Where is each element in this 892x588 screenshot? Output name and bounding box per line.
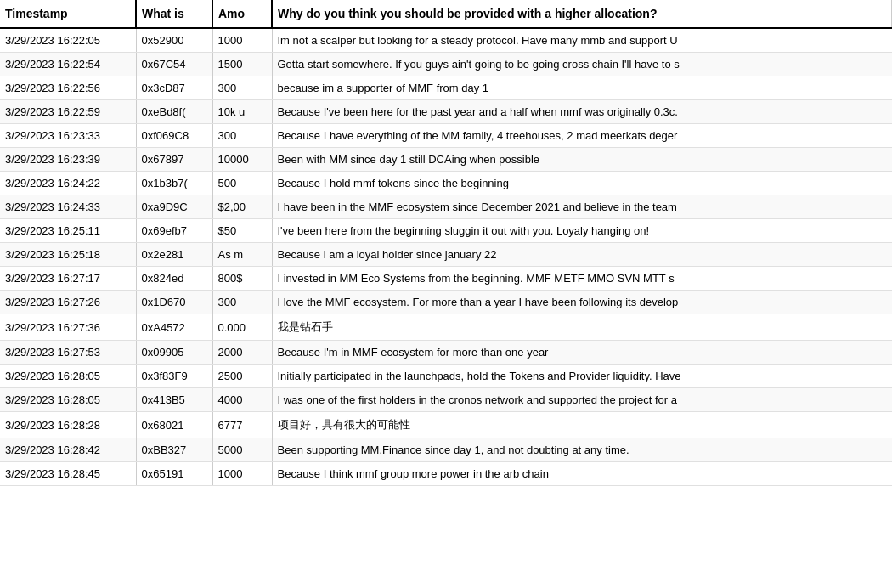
cell-whatis: 0x1D670 — [136, 291, 212, 314]
cell-amount: $2,00 — [212, 195, 272, 219]
cell-amount: 1500 — [212, 53, 272, 76]
cell-reason: I was one of the first holders in the cr… — [272, 388, 892, 412]
cell-reason: Im not a scalper but looking for a stead… — [272, 28, 892, 53]
cell-whatis: 0x65191 — [136, 462, 212, 486]
table-row: 3/29/2023 16:27:530x099052000Because I'm… — [0, 341, 892, 365]
cell-amount: 500 — [212, 172, 272, 195]
cell-whatis: 0x3cD87 — [136, 76, 212, 100]
cell-timestamp: 3/29/2023 16:25:18 — [0, 243, 136, 267]
cell-timestamp: 3/29/2023 16:22:05 — [0, 28, 136, 53]
cell-reason: Because I think mmf group more power in … — [272, 462, 892, 486]
cell-timestamp: 3/29/2023 16:23:39 — [0, 148, 136, 172]
cell-reason: Because I have everything of the MM fami… — [272, 124, 892, 148]
cell-whatis: 0xeBd8f( — [136, 100, 212, 124]
cell-timestamp: 3/29/2023 16:27:53 — [0, 341, 136, 365]
cell-reason: Initially participated in the launchpads… — [272, 365, 892, 388]
cell-whatis: 0x09905 — [136, 341, 212, 365]
cell-amount: 1000 — [212, 462, 272, 486]
cell-reason: Because I'm in MMF ecosystem for more th… — [272, 341, 892, 365]
table-row: 3/29/2023 16:28:050x413B54000I was one o… — [0, 388, 892, 412]
cell-reason: Because I've been here for the past year… — [272, 100, 892, 124]
cell-timestamp: 3/29/2023 16:24:33 — [0, 195, 136, 219]
cell-reason: I invested in MM Eco Systems from the be… — [272, 267, 892, 291]
table-row: 3/29/2023 16:27:170x824ed800$I invested … — [0, 267, 892, 291]
cell-timestamp: 3/29/2023 16:28:45 — [0, 462, 136, 486]
table-row: 3/29/2023 16:25:180x2e281As mBecause i a… — [0, 243, 892, 267]
cell-timestamp: 3/29/2023 16:27:36 — [0, 314, 136, 341]
cell-timestamp: 3/29/2023 16:28:05 — [0, 365, 136, 388]
cell-timestamp: 3/29/2023 16:22:56 — [0, 76, 136, 100]
table-row: 3/29/2023 16:27:260x1D670300I love the M… — [0, 291, 892, 314]
table-row: 3/29/2023 16:24:220x1b3b7(500Because I h… — [0, 172, 892, 195]
cell-whatis: 0xa9D9C — [136, 195, 212, 219]
header-whatis: What is — [136, 0, 212, 28]
table-row: 3/29/2023 16:22:540x67C541500Gotta start… — [0, 53, 892, 76]
cell-whatis: 0x52900 — [136, 28, 212, 53]
table-row: 3/29/2023 16:28:050x3f83F92500Initially … — [0, 365, 892, 388]
header-amount: Amo — [212, 0, 272, 28]
cell-reason: because im a supporter of MMF from day 1 — [272, 76, 892, 100]
cell-timestamp: 3/29/2023 16:24:22 — [0, 172, 136, 195]
table-row: 3/29/2023 16:23:330xf069C8300Because I h… — [0, 124, 892, 148]
cell-amount: As m — [212, 243, 272, 267]
cell-amount: 300 — [212, 124, 272, 148]
table-row: 3/29/2023 16:28:280x680216777项目好，具有很大的可能… — [0, 412, 892, 438]
cell-whatis: 0xA4572 — [136, 314, 212, 341]
cell-reason: Because I hold mmf tokens since the begi… — [272, 172, 892, 195]
cell-whatis: 0x1b3b7( — [136, 172, 212, 195]
cell-reason: Been with MM since day 1 still DCAing wh… — [272, 148, 892, 172]
cell-timestamp: 3/29/2023 16:28:05 — [0, 388, 136, 412]
cell-amount: 4000 — [212, 388, 272, 412]
table-header-row: Timestamp What is Amo Why do you think y… — [0, 0, 892, 28]
cell-amount: 2500 — [212, 365, 272, 388]
cell-amount: 10000 — [212, 148, 272, 172]
cell-reason: I love the MMF ecosystem. For more than … — [272, 291, 892, 314]
cell-amount: 2000 — [212, 341, 272, 365]
cell-whatis: 0x69efb7 — [136, 219, 212, 243]
cell-timestamp: 3/29/2023 16:23:33 — [0, 124, 136, 148]
table-row: 3/29/2023 16:22:560x3cD87300because im a… — [0, 76, 892, 100]
cell-whatis: 0x824ed — [136, 267, 212, 291]
cell-whatis: 0x3f83F9 — [136, 365, 212, 388]
cell-timestamp: 3/29/2023 16:22:59 — [0, 100, 136, 124]
cell-timestamp: 3/29/2023 16:22:54 — [0, 53, 136, 76]
cell-reason: 我是钻石手 — [272, 314, 892, 341]
table-row: 3/29/2023 16:22:590xeBd8f(10k uBecause I… — [0, 100, 892, 124]
table-row: 3/29/2023 16:23:390x6789710000Been with … — [0, 148, 892, 172]
table-row: 3/29/2023 16:28:450x651911000Because I t… — [0, 462, 892, 486]
cell-whatis: 0x413B5 — [136, 388, 212, 412]
header-timestamp: Timestamp — [0, 0, 136, 28]
cell-whatis: 0x2e281 — [136, 243, 212, 267]
cell-whatis: 0x67C54 — [136, 53, 212, 76]
cell-amount: 0.000 — [212, 314, 272, 341]
cell-timestamp: 3/29/2023 16:25:11 — [0, 219, 136, 243]
cell-timestamp: 3/29/2023 16:27:26 — [0, 291, 136, 314]
table-row: 3/29/2023 16:28:420xBB3275000Been suppor… — [0, 438, 892, 462]
cell-whatis: 0x67897 — [136, 148, 212, 172]
table-row: 3/29/2023 16:27:360xA45720.000我是钻石手 — [0, 314, 892, 341]
cell-timestamp: 3/29/2023 16:28:42 — [0, 438, 136, 462]
cell-amount: 10k u — [212, 100, 272, 124]
cell-reason: I've been here from the beginning sluggi… — [272, 219, 892, 243]
cell-amount: 800$ — [212, 267, 272, 291]
table-row: 3/29/2023 16:22:050x529001000Im not a sc… — [0, 28, 892, 53]
cell-amount: 300 — [212, 291, 272, 314]
cell-whatis: 0xBB327 — [136, 438, 212, 462]
cell-amount: 300 — [212, 76, 272, 100]
cell-amount: $50 — [212, 219, 272, 243]
data-table: Timestamp What is Amo Why do you think y… — [0, 0, 892, 486]
cell-reason: 项目好，具有很大的可能性 — [272, 412, 892, 438]
cell-timestamp: 3/29/2023 16:27:17 — [0, 267, 136, 291]
cell-reason: Gotta start somewhere. If you guys ain't… — [272, 53, 892, 76]
table-row: 3/29/2023 16:24:330xa9D9C$2,00I have bee… — [0, 195, 892, 219]
cell-whatis: 0x68021 — [136, 412, 212, 438]
cell-reason: Been supporting MM.Finance since day 1, … — [272, 438, 892, 462]
header-reason: Why do you think you should be provided … — [272, 0, 892, 28]
cell-timestamp: 3/29/2023 16:28:28 — [0, 412, 136, 438]
cell-reason: Because i am a loyal holder since januar… — [272, 243, 892, 267]
cell-amount: 6777 — [212, 412, 272, 438]
cell-whatis: 0xf069C8 — [136, 124, 212, 148]
cell-reason: I have been in the MMF ecosystem since D… — [272, 195, 892, 219]
table-row: 3/29/2023 16:25:110x69efb7$50I've been h… — [0, 219, 892, 243]
cell-amount: 5000 — [212, 438, 272, 462]
